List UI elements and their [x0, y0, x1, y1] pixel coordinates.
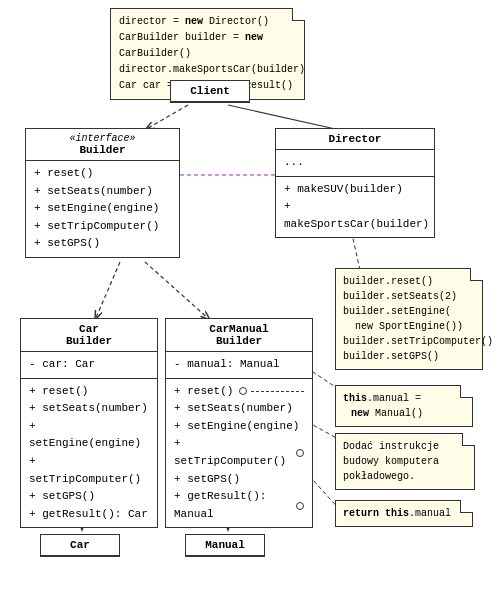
code-note-line2: CarBuilder builder = new CarBuilder()	[119, 30, 296, 62]
note-ma2: new Manual()	[343, 406, 465, 421]
carmanual-field-1: - manual: Manual	[174, 356, 304, 374]
manual-label: Manual	[205, 539, 245, 551]
builder-method-5: + setGPS()	[34, 235, 171, 253]
cmb-m1: + reset()	[174, 383, 304, 401]
note-ret1: return this.manual	[343, 506, 465, 521]
builder-methods: + reset() + setSeats(number) + setEngine…	[26, 161, 179, 257]
director-box: Director ... + makeSUV(builder) + makeSp…	[275, 128, 435, 238]
note-dodac2: budowy komputera	[343, 454, 467, 469]
svg-line-1	[145, 105, 188, 130]
builder-method-4: + setTripComputer()	[34, 218, 171, 236]
note-manual-assign: this.manual = new Manual()	[335, 385, 473, 427]
builder-header: «interface» Builder	[26, 129, 179, 161]
builder-name: Builder	[34, 144, 171, 156]
builder-method-2: + setSeats(number)	[34, 183, 171, 201]
builder-method-1: + reset()	[34, 165, 171, 183]
director-name: Director	[329, 133, 382, 145]
car-header: Car	[41, 535, 119, 556]
car-box: Car	[40, 534, 120, 557]
client-box: Client	[170, 80, 250, 103]
cb-m2: + setSeats(number)	[29, 400, 149, 418]
builder-method-3: + setEngine(engine)	[34, 200, 171, 218]
carmanual-header: CarManualBuilder	[166, 319, 312, 352]
car-builder-header: CarBuilder	[21, 319, 157, 352]
cb-m1: + reset()	[29, 383, 149, 401]
manual-header: Manual	[186, 535, 264, 556]
car-builder-name: CarBuilder	[66, 323, 112, 347]
builder-box: «interface» Builder + reset() + setSeats…	[25, 128, 180, 258]
cmb-m2: + setSeats(number)	[174, 400, 304, 418]
note-dodac1: Dodać instrukcje	[343, 439, 467, 454]
car-builder-methods: + reset() + setSeats(number) + setEngine…	[21, 379, 157, 528]
builder-stereotype: «interface»	[34, 133, 171, 144]
director-fields: ...	[276, 150, 434, 177]
carmanual-fields: - manual: Manual	[166, 352, 312, 379]
carmanual-name: CarManualBuilder	[209, 323, 268, 347]
client-header: Client	[171, 81, 249, 102]
svg-line-2	[228, 105, 340, 130]
carmanual-builder-box: CarManualBuilder - manual: Manual + rese…	[165, 318, 313, 528]
car-builder-fields: - car: Car	[21, 352, 157, 379]
cmb-m6: + getResult(): Manual	[174, 488, 304, 523]
director-header: Director	[276, 129, 434, 150]
cb-m6: + getResult(): Car	[29, 506, 149, 524]
director-methods: + makeSUV(builder) + makeSportsCar(build…	[276, 177, 434, 238]
note-d3: builder.setEngine(	[343, 304, 475, 319]
car-label: Car	[70, 539, 90, 551]
director-field-1: ...	[284, 154, 426, 172]
car-builder-box: CarBuilder - car: Car + reset() + setSea…	[20, 318, 158, 528]
manual-box: Manual	[185, 534, 265, 557]
cb-m4: + setTripComputer()	[29, 453, 149, 488]
note-d4: new SportEngine())	[343, 319, 475, 334]
cmb-m5: + setGPS()	[174, 471, 304, 489]
svg-line-4	[145, 262, 210, 320]
note-d2: builder.setSeats(2)	[343, 289, 475, 304]
cmb-m4: + setTripComputer()	[174, 435, 304, 470]
svg-line-3	[95, 262, 120, 320]
note-dodac3: pokładowego.	[343, 469, 467, 484]
note-director-code: builder.reset() builder.setSeats(2) buil…	[335, 268, 483, 370]
uml-diagram: director = new Director() CarBuilder bui…	[0, 0, 500, 590]
note-return: return this.manual	[335, 500, 473, 527]
cb-m3: + setEngine(engine)	[29, 418, 149, 453]
car-builder-field-1: - car: Car	[29, 356, 149, 374]
note-dodac: Dodać instrukcje budowy komputera pokład…	[335, 433, 475, 490]
cmb-m3: + setEngine(engine)	[174, 418, 304, 436]
note-d6: builder.setGPS()	[343, 349, 475, 364]
note-d1: builder.reset()	[343, 274, 475, 289]
cb-m5: + setGPS()	[29, 488, 149, 506]
code-note-line1: director = new Director()	[119, 14, 296, 30]
note-d5: builder.setTripComputer()	[343, 334, 475, 349]
director-method-1: + makeSUV(builder)	[284, 181, 426, 199]
director-method-2: + makeSportsCar(builder)	[284, 198, 426, 233]
carmanual-methods: + reset() + setSeats(number) + setEngine…	[166, 379, 312, 528]
note-ma1: this.manual =	[343, 391, 465, 406]
code-note-line3: director.makeSportsCar(builder)	[119, 62, 296, 78]
